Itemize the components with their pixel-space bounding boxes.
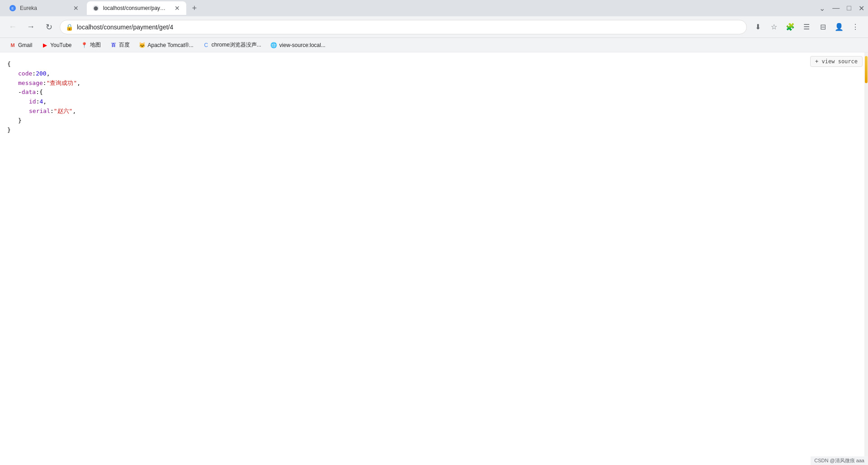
bookmark-baidu-label: 百度	[119, 41, 130, 49]
json-serial-value: "赵六"	[54, 107, 73, 116]
json-outer-close-brace: }	[7, 126, 11, 135]
json-serial-key: serial	[29, 107, 50, 116]
json-data-close-brace: }	[18, 116, 22, 126]
back-button[interactable]: ←	[5, 20, 20, 34]
json-line-serial: serial : "赵六" ,	[7, 107, 861, 116]
bookmark-gmail[interactable]: M Gmail	[5, 40, 36, 51]
tomcat-icon: 🐱	[139, 42, 146, 49]
json-line-open: {	[7, 60, 861, 69]
json-line-id: id : 4 ,	[7, 97, 861, 107]
forward-button[interactable]: →	[24, 20, 38, 34]
json-line-code: code : 200 ,	[7, 69, 861, 79]
maximize-btn[interactable]: □	[847, 4, 851, 12]
tab-search-button[interactable]: ☰	[799, 20, 814, 34]
menu-button[interactable]: ⋮	[848, 20, 863, 34]
view-source-button[interactable]: + view source	[810, 56, 863, 67]
eureka-favicon: E	[9, 5, 16, 12]
scrollbar-thumb[interactable]	[865, 56, 868, 83]
bookmark-maps-label: 地图	[90, 41, 101, 49]
json-data-key: data	[22, 88, 36, 97]
json-code-comma: ,	[47, 69, 50, 79]
json-id-colon: :	[36, 97, 40, 107]
tab-eureka-close[interactable]: ✕	[72, 5, 80, 12]
json-message-value: "查询成功"	[47, 79, 77, 88]
tab-localhost[interactable]: ⬤ localhost/consumer/payment... ✕	[87, 1, 186, 15]
youtube-icon: ▶	[41, 42, 48, 49]
maps-icon: 📍	[81, 42, 88, 49]
bookmark-chrome-no-sound[interactable]: C chrome浏览器没声...	[199, 39, 265, 51]
status-text: CSDN @清风微痕 aaa	[814, 458, 864, 463]
scrollbar[interactable]	[864, 52, 868, 465]
address-text: localhost/consumer/payment/get/4	[77, 23, 741, 31]
json-line-message: message : "查询成功" ,	[7, 79, 861, 88]
json-content: { code : 200 , message : "查询成功" , - data…	[0, 56, 868, 138]
toolbar: ← → ↻ 🔒 localhost/consumer/payment/get/4…	[0, 16, 868, 38]
tab-localhost-label: localhost/consumer/payment...	[103, 5, 170, 11]
json-outer-open-brace: {	[7, 60, 11, 69]
bookmark-view-source-label: view-source:local...	[279, 42, 326, 48]
tab-search-btn[interactable]: ⌄	[819, 4, 825, 13]
bookmark-chrome-label: chrome浏览器没声...	[212, 41, 261, 49]
bookmarks-bar: M Gmail ▶ YouTube 📍 地图 百 百度 🐱 Apache Tom…	[0, 38, 868, 52]
view-source-label: + view source	[815, 58, 858, 65]
json-serial-comma: ,	[72, 107, 76, 116]
bookmark-view-source[interactable]: 🌐 view-source:local...	[267, 40, 329, 51]
json-code-key: code	[18, 69, 32, 79]
profile-button[interactable]: 👤	[832, 20, 846, 34]
json-message-comma: ,	[77, 79, 80, 88]
bookmark-maps[interactable]: 📍 地图	[77, 39, 104, 51]
json-id-comma: ,	[43, 97, 47, 107]
sidebar-button[interactable]: ⊟	[816, 20, 830, 34]
title-bar: E Eureka ✕ ⬤ localhost/consumer/payment.…	[0, 0, 868, 16]
json-data-open-brace: {	[39, 88, 43, 97]
bookmark-tomcat-label: Apache Tomcat®...	[148, 42, 193, 48]
json-code-value: 200	[36, 69, 46, 79]
status-bar: CSDN @清风微痕 aaa	[811, 456, 868, 465]
tab-eureka[interactable]: E Eureka ✕	[4, 1, 85, 15]
json-id-value: 4	[39, 97, 43, 107]
refresh-button[interactable]: ↻	[42, 20, 56, 34]
json-message-key: message	[18, 79, 43, 88]
bookmark-button[interactable]: ☆	[767, 20, 781, 34]
localhost-favicon: ⬤	[92, 5, 99, 12]
bookmark-youtube[interactable]: ▶ YouTube	[38, 40, 75, 51]
json-id-key: id	[29, 97, 36, 107]
chrome-icon: C	[203, 42, 210, 49]
tab-localhost-close[interactable]: ✕	[174, 5, 181, 12]
json-message-colon: :	[43, 79, 47, 88]
json-data-colon: :	[36, 88, 39, 97]
lock-icon: 🔒	[66, 23, 73, 31]
json-line-data-key: - data : {	[7, 88, 861, 97]
toolbar-actions: ⬇ ☆ 🧩 ☰ ⊟ 👤 ⋮	[750, 20, 863, 34]
bookmark-tomcat[interactable]: 🐱 Apache Tomcat®...	[135, 40, 197, 51]
main-content: + view source { code : 200 , message : "…	[0, 52, 868, 465]
gmail-icon: M	[9, 42, 16, 49]
bookmark-baidu[interactable]: 百 百度	[106, 39, 133, 51]
address-bar[interactable]: 🔒 localhost/consumer/payment/get/4	[60, 20, 747, 34]
json-code-colon: :	[32, 69, 36, 79]
new-tab-button[interactable]: +	[188, 2, 201, 14]
bookmark-gmail-label: Gmail	[18, 42, 32, 48]
view-source-bookmark-icon: 🌐	[270, 42, 278, 49]
baidu-icon: 百	[110, 42, 117, 49]
bookmark-youtube-label: YouTube	[50, 42, 71, 48]
close-btn[interactable]: ✕	[859, 4, 864, 13]
json-collapse-btn[interactable]: -	[18, 88, 22, 97]
json-line-outer-close: }	[7, 126, 861, 135]
json-serial-colon: :	[50, 107, 54, 116]
extensions-button[interactable]: 🧩	[783, 20, 797, 34]
minimize-btn[interactable]: —	[832, 4, 840, 12]
json-line-data-close: }	[7, 116, 861, 126]
tab-eureka-label: Eureka	[20, 5, 69, 11]
download-button[interactable]: ⬇	[750, 20, 765, 34]
window-controls: ⌄ — □ ✕	[819, 4, 864, 13]
